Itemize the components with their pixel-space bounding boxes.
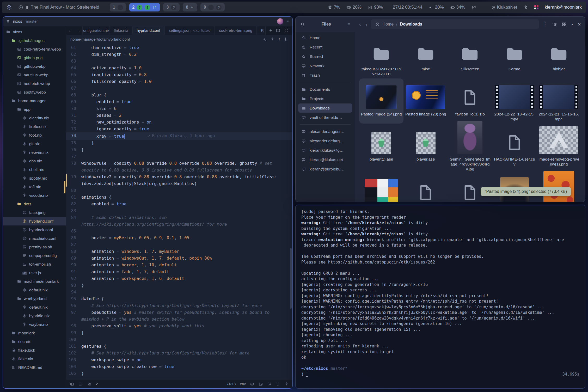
sidebar-item-Starred[interactable]: Starred — [298, 52, 352, 61]
sidebar-item-Trash[interactable]: Trash — [298, 71, 352, 80]
tab-settings.json[interactable]: settings.json~/.config/zed — [164, 26, 215, 35]
tree-item-shell.nix[interactable]: shell.nix — [3, 165, 66, 174]
file-Gemini_Generated_Image_4rqv8k4rqv8k4rqv-jpg[interactable]: Gemini_Generated_Image_4rqv8k4rqv8k4rqv.… — [448, 124, 492, 174]
tree-item-face.jpeg[interactable]: face.jpeg — [3, 208, 66, 217]
tree-scroll-marker[interactable] — [64, 181, 65, 193]
tree-item-sunpaperconfig[interactable]: sunpaperconfig — [3, 251, 66, 260]
breadcrumb-path[interactable]: home-manager/dots/hyprland.conf — [70, 37, 130, 41]
bluetooth-icon[interactable] — [523, 5, 528, 10]
tree-item-README.md[interactable]: README.md — [3, 363, 66, 372]
diagnostics-check[interactable]: ✓ — [96, 382, 99, 386]
nixos-snowflake-icon[interactable] — [6, 4, 12, 10]
sidebar-item-Downloads[interactable]: Downloads — [298, 103, 352, 113]
collab-panel-icon[interactable] — [87, 382, 91, 386]
tree-item-secrets[interactable]: secrets — [3, 337, 66, 346]
sidebar-item-Network[interactable]: Network — [298, 61, 352, 70]
path-root[interactable]: Home — [382, 22, 394, 27]
workspace-1[interactable]: 1 — [110, 3, 126, 11]
terminal-panel-icon[interactable] — [259, 382, 263, 386]
file-image-removebg-preview-1-png[interactable]: image-removebg-preview(1).png — [537, 124, 581, 174]
file-2024-12-22_13-42-15-mp4[interactable]: 2024-12-22_13-42-15.mp4 — [492, 78, 537, 124]
project-panel-icon[interactable] — [70, 382, 74, 386]
sidebar-item-kieran-purplebu-[interactable]: kieran@purplebu… — [298, 164, 352, 174]
file-wrapped-png[interactable]: wrapped.png — [359, 174, 403, 202]
tree-item-user.js[interactable]: JSuser.js — [3, 268, 66, 277]
sidebar-item-Home[interactable]: Home — [298, 33, 352, 42]
tab-hyprland.conf[interactable]: hyprland.conf — [132, 26, 164, 35]
tree-item-flake.nix[interactable]: flake.nix — [3, 354, 66, 363]
sidebar-item-Projects[interactable]: Projects — [298, 94, 352, 103]
tree-item-wm/hyprland[interactable]: wm/hyprland — [3, 294, 66, 303]
file-Karma[interactable]: Karma — [492, 33, 537, 78]
cursor-format-icon[interactable]: I — [279, 37, 280, 41]
file-HACKATIME-1-user-csv[interactable]: HACKATIME-1-user.csv — [492, 124, 537, 174]
env-label[interactable]: env — [240, 382, 246, 386]
folder-search-icon[interactable] — [552, 22, 557, 27]
tree-item-hyprland.conf[interactable]: hyprland.conf — [3, 217, 66, 225]
copilot-icon[interactable] — [250, 382, 254, 386]
volume-module[interactable]: 20% — [428, 5, 444, 10]
forward-icon[interactable]: › — [366, 21, 368, 27]
tree-item-foot.nix[interactable]: foot.nix — [3, 131, 66, 139]
tree-item-neofetch.webp[interactable]: neofetch.webp — [3, 79, 66, 88]
tree-item-nautilus.webp[interactable]: nautilus.webp — [3, 71, 66, 79]
sidebar-item-Recent[interactable]: Recent — [298, 42, 352, 52]
file-DoubloonLeaderboard-csv[interactable]: DoubloonLeaderboard.csv — [403, 174, 448, 202]
tree-item-hypridle.nix[interactable]: hypridle.nix — [3, 311, 66, 320]
workspace-8[interactable]: 8+ — [183, 3, 197, 11]
workspace-9[interactable]: 9? — [200, 3, 225, 11]
sidebar-item-vault-of-the-eldu-[interactable]: vault of the eldu… — [298, 113, 352, 122]
file-takeout-20241207T155714Z-001[interactable]: takeout-20241207T155714Z-001 — [359, 33, 403, 78]
view-caret-icon[interactable]: ▾ — [571, 22, 573, 26]
tree-item-obs.nix[interactable]: obs.nix — [3, 157, 66, 165]
split-pane-icon[interactable] — [276, 28, 280, 33]
code-editor[interactable]: 61 dim_inactive = true62 dim_strength = … — [66, 43, 292, 379]
tree-item-machines/moonlark[interactable]: machines/moonlark — [3, 277, 66, 286]
file-Pasted-image-24-png[interactable]: Pasted image (24).png — [359, 78, 403, 124]
tree-item-app[interactable]: app — [3, 105, 66, 114]
sidebar-item-kieran-klukas-net[interactable]: kieran@klukas.net — [298, 155, 352, 164]
back-icon[interactable]: ‹ — [359, 21, 361, 27]
menu-icon[interactable]: ≡ — [7, 19, 9, 24]
file-misc[interactable]: misc — [403, 33, 448, 78]
file-2024-12-21_15-16-16-mp4[interactable]: 2024-12-21_15-16-16.mp4 — [537, 78, 581, 124]
workspace-3[interactable]: 3? — [163, 3, 180, 11]
file-player-1-ase[interactable]: player(1).ase — [359, 124, 403, 174]
tree-item-default.nix[interactable]: default.nix — [3, 303, 66, 311]
path-current[interactable]: Downloads — [400, 22, 422, 27]
tree-item-vscode.nix[interactable]: vscode.nix — [3, 191, 66, 200]
notifications-icon[interactable] — [276, 382, 280, 386]
tree-item-hyprlock.conf[interactable]: hyprlock.conf — [3, 225, 66, 234]
tab-flake.nix[interactable]: flake.nix — [109, 26, 132, 35]
idle-inhibitor-icon[interactable] — [471, 5, 476, 10]
tree-item-tofi-emoji.sh[interactable]: tofi-emoji.sh — [3, 260, 66, 268]
tree-item-macchiato.conf[interactable]: macchiato.conf — [3, 234, 66, 243]
tree-item-alacritty.nix[interactable]: alacritty.nix — [3, 114, 66, 122]
tree-item-moonlark[interactable]: moonlark — [3, 329, 66, 337]
tree-item-firefox.nix[interactable]: firefox.nix — [3, 122, 66, 131]
new-tab-icon[interactable]: + — [269, 28, 272, 33]
sidebar-item-alesander-august-[interactable]: alesander.august… — [298, 127, 352, 136]
tree-item-cool-retro-term.webp[interactable]: cool-retro-term.webp — [3, 45, 66, 53]
tree-item-prettify-ss.sh[interactable]: prettify-ss.sh — [3, 243, 66, 251]
file-player-ase[interactable]: player.ase — [403, 124, 448, 174]
tab-onfiguration.nix[interactable]: onfiguration.nix — [82, 26, 109, 35]
cursor-position[interactable]: 74:18 — [226, 382, 236, 386]
tree-item-.github/images[interactable]: .github/images — [3, 36, 66, 45]
tree-item-tofi.nix[interactable]: tofi.nix — [3, 182, 66, 191]
workspace-2[interactable]: 2?? — [129, 3, 160, 11]
tree-item-github.webp[interactable]: github.webp — [3, 62, 66, 71]
file-favicon_io-3-zip[interactable]: favicon_io(3).zip — [448, 78, 492, 124]
nav-forward-icon[interactable]: → — [76, 28, 81, 33]
tray-icon[interactable] — [534, 5, 538, 9]
tree-item-home-manager[interactable]: home-manager — [3, 96, 66, 105]
assistant-icon[interactable] — [284, 382, 289, 386]
sidebar-item-alexander-defarg-[interactable]: alexander.defarg… — [298, 136, 352, 145]
tree-item-spotify.nix[interactable]: spotify.nix — [3, 174, 66, 182]
chevron-down-icon[interactable]: ▾ — [287, 19, 289, 23]
file-Pasted-image-23-png[interactable]: Pasted image (23).png — [403, 78, 448, 124]
inline-assist-icon[interactable] — [270, 37, 274, 41]
network-module[interactable]: KlukasNet — [491, 5, 517, 10]
path-bar[interactable]: Home / Downloads — [371, 19, 539, 29]
kebab-menu-icon[interactable]: ⋮ — [543, 21, 547, 27]
